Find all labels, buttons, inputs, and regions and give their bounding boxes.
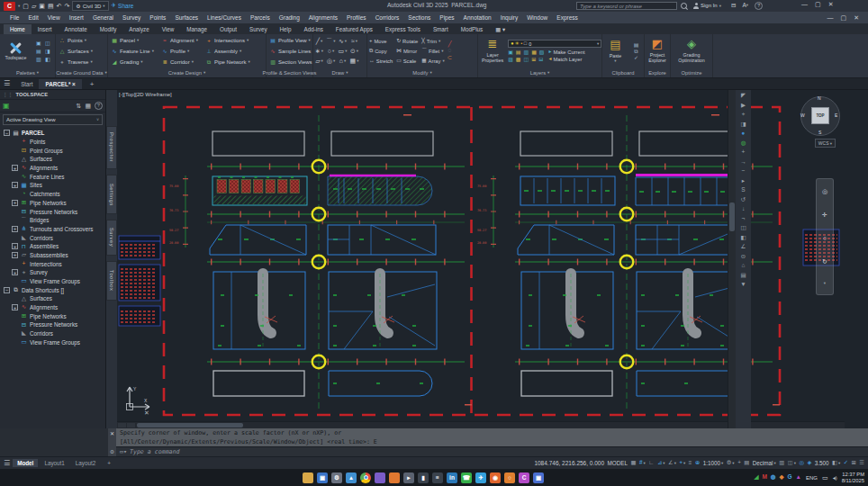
search-input[interactable]: Type a keyword or phrase: [576, 2, 677, 10]
help-icon[interactable]: ?: [755, 2, 763, 10]
ribbon-tab-smart[interactable]: Smart: [427, 24, 455, 34]
panel-label-layers[interactable]: Layers▾: [478, 68, 601, 77]
command-customize-icon[interactable]: ⚙: [110, 448, 114, 454]
layer-state-icon-1[interactable]: ☀: [515, 41, 520, 47]
tree-item-pipe-networks[interactable]: ⊞Pipe Networks: [0, 311, 105, 320]
tree-item-surfaces[interactable]: △Surfaces: [0, 294, 105, 303]
palette-toggle-4[interactable]: ▥: [34, 56, 42, 63]
tray-icon-4[interactable]: G: [787, 474, 791, 481]
cart-icon[interactable]: ⊟: [731, 2, 736, 10]
tree-item-points[interactable]: +Points: [0, 138, 105, 147]
ribbon-tab-express-tools[interactable]: Express Tools: [379, 24, 427, 34]
status-toggle-19[interactable]: ✓: [844, 460, 848, 465]
tree-item-subassemblies[interactable]: +▱Subassemblies: [0, 251, 105, 260]
tree-item-view-frame-groups[interactable]: ▭View Frame Groups: [0, 338, 105, 347]
side-tool-19[interactable]: ▤: [740, 272, 746, 280]
layout-tab-layout1[interactable]: Layout1: [40, 459, 68, 467]
panel-label-modify[interactable]: Modify▾: [367, 68, 477, 77]
panel-label-palettes[interactable]: Palettes▾: [0, 68, 55, 77]
side-tool-16[interactable]: ∠: [741, 243, 746, 251]
draw-tool-0[interactable]: ╱▾: [313, 36, 325, 46]
status-toggle-16[interactable]: ◈: [807, 460, 811, 465]
button-feature-line[interactable]: ∿Feature Line▾: [108, 46, 157, 57]
tree-item-survey[interactable]: +⌖Survey: [0, 268, 105, 277]
navigation-bar[interactable]: ◎ ✛ ○ ↻ ▾: [816, 178, 834, 295]
toolspace-tab-settings[interactable]: Settings: [106, 175, 117, 214]
draw-tool-10[interactable]: ⌂▾: [337, 56, 348, 66]
button-fillet[interactable]: ⌒Fillet▾: [421, 46, 445, 56]
panel-label-ground[interactable]: Create Ground Data▾: [56, 68, 107, 77]
button-rotate[interactable]: ↻Rotate: [396, 36, 418, 46]
draw-tool-3[interactable]: ≈▾: [348, 36, 360, 46]
button-trim[interactable]: ╳Trim▾: [421, 36, 445, 46]
taskbar-app-10[interactable]: ≡: [432, 472, 443, 483]
button-scale[interactable]: ▭Scale: [396, 56, 418, 66]
draw-tool-9[interactable]: ◎▾: [325, 56, 337, 66]
draw-tool-6[interactable]: ▭▾: [337, 46, 348, 56]
side-tool-20[interactable]: ▼: [740, 281, 746, 289]
layout-tab-model[interactable]: Model: [13, 459, 38, 467]
draw-tool-8[interactable]: ▱▾: [313, 56, 325, 66]
viewcube[interactable]: N W E S TOP: [800, 95, 841, 137]
menu-item-edit[interactable]: Edit: [23, 14, 42, 21]
viewcube-top-face[interactable]: TOP: [811, 107, 829, 124]
vscroll-thumb[interactable]: [729, 202, 735, 231]
ribbon-tab-annotate[interactable]: Annotate: [59, 24, 94, 34]
layout-tab-layout2[interactable]: Layout2: [71, 459, 100, 467]
panorama-icon[interactable]: ▦: [85, 102, 91, 110]
pan-icon[interactable]: ✛: [822, 212, 827, 218]
tree-item-pipe-networks[interactable]: +⊞Pipe Networks: [0, 199, 105, 208]
autodesk-app-icon[interactable]: A▾: [742, 2, 748, 10]
qat-icon-2[interactable]: ▣: [39, 3, 45, 9]
expand-icon[interactable]: −: [4, 130, 10, 136]
taskbar-app-15[interactable]: ○: [504, 472, 515, 483]
tree-item-parcel[interactable]: −▤PARCEL: [0, 129, 105, 138]
button-profile-view[interactable]: ▤Profile View▾: [267, 35, 312, 46]
expand-icon[interactable]: +: [12, 252, 18, 258]
layer-tool-0-1[interactable]: ▤: [516, 50, 521, 55]
expand-icon[interactable]: +: [12, 243, 18, 249]
button-mirror[interactable]: ⋈Mirror: [396, 46, 418, 56]
layer-tool-1-0[interactable]: ▨: [508, 57, 513, 62]
tray-icon-1[interactable]: M: [762, 474, 766, 481]
tree-item-view-frame-groups[interactable]: ▭View Frame Groups: [0, 277, 105, 286]
drawing-tab-start[interactable]: Start: [14, 79, 39, 89]
taskbar-app-3[interactable]: ⚙: [331, 472, 342, 483]
button-grading[interactable]: ◢Grading▾: [108, 57, 157, 68]
layer-state-icon-3[interactable]: □: [524, 41, 527, 47]
side-tool-1[interactable]: ▶: [741, 102, 746, 110]
minimize-button[interactable]: —: [798, 1, 811, 8]
command-input[interactable]: ▭▾ Type a command: [116, 446, 868, 456]
palette-toggle-0[interactable]: ▣: [34, 40, 42, 47]
model-space-toggle[interactable]: MODEL: [608, 460, 628, 466]
qat-icon-0[interactable]: ▢: [23, 3, 29, 9]
share-button[interactable]: ✈ Share: [112, 3, 134, 9]
layer-tool-1-2[interactable]: ◫: [523, 57, 529, 62]
qat-icon-5[interactable]: ↷: [64, 3, 69, 9]
ribbon-tab-survey[interactable]: Survey: [243, 24, 274, 34]
app-button[interactable]: C: [4, 2, 15, 11]
expand-icon[interactable]: +: [12, 165, 18, 171]
modify-extra-1[interactable]: ◌: [448, 48, 452, 54]
close-button[interactable]: ✕: [825, 1, 837, 8]
tree-item-pressure-networks[interactable]: ⊟Pressure Networks: [0, 207, 105, 216]
language-indicator[interactable]: ENG: [806, 475, 818, 481]
side-tool-9[interactable]: ▸: [742, 177, 745, 185]
button-points[interactable]: ∴Points▾: [56, 35, 95, 46]
command-close-icon[interactable]: ✕: [110, 430, 114, 436]
expand-icon[interactable]: +: [12, 304, 18, 310]
taskbar-app-17[interactable]: ▣: [533, 472, 544, 483]
menu-item-pipes[interactable]: Pipes: [435, 14, 458, 21]
clipboard-tool-2[interactable]: ✓: [634, 55, 639, 60]
sign-in-button[interactable]: Sign In ▾: [693, 3, 721, 8]
doc-restore-button[interactable]: ▢: [837, 14, 851, 22]
button-alignment[interactable]: ≈Alignment▾: [158, 35, 201, 46]
ribbon-tab-help[interactable]: Help: [274, 24, 298, 34]
side-tool-7[interactable]: →: [740, 158, 746, 166]
display-icon[interactable]: ▭: [822, 474, 828, 481]
side-tool-10[interactable]: S: [741, 186, 745, 194]
ribbon-tab-analyze[interactable]: Analyze: [122, 24, 155, 34]
status-toggle-5[interactable]: ⌖▾: [679, 460, 685, 465]
status-toggle-14[interactable]: ◫▾: [788, 460, 796, 465]
side-tool-14[interactable]: ◫: [740, 224, 746, 232]
